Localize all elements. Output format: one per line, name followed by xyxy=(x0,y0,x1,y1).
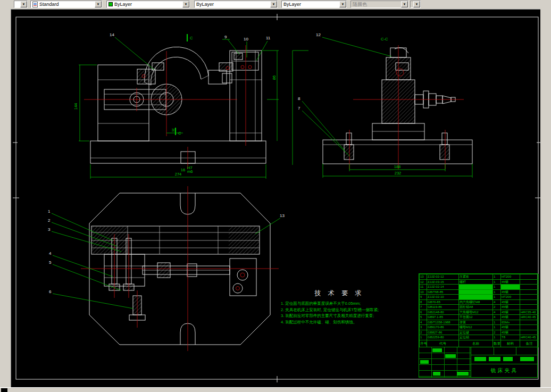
status-bar xyxy=(0,387,551,392)
bom-cell-material: 45钢 xyxy=(501,310,520,315)
chevron-down-icon: ▼ xyxy=(413,1,420,7)
bom-cell-name: 定位销 xyxy=(459,335,493,340)
bom-cell-no: 4 xyxy=(420,320,427,325)
bom-row: 12ZJJZ-03-15螺杆145钢 xyxy=(420,279,539,285)
bom-cell-qty: 1 xyxy=(493,274,501,280)
bom-cell-note xyxy=(520,289,539,295)
chevron-down-icon[interactable]: ▼ xyxy=(20,1,27,7)
bom-cell-name: 圆柱销A8 xyxy=(459,305,493,310)
title-block: 铣床夹具 xyxy=(419,347,538,378)
color-combo[interactable]: ByLayer ▼ xyxy=(106,1,190,8)
style-combo-value: Standard xyxy=(39,2,59,7)
plotstyle-combo-value: 随颜色 xyxy=(353,1,367,8)
bom-cell-code: GB827-86 xyxy=(427,330,459,335)
callout-12: 12 xyxy=(316,32,321,37)
bom-cell-name: 压紧套 xyxy=(459,274,493,280)
callout-5: 5 xyxy=(49,260,52,265)
bom-cell-code: GB2259-80 xyxy=(427,335,459,340)
style-combo[interactable]: Standard ▼ xyxy=(30,1,102,8)
titleblock-cell-blob xyxy=(420,360,429,364)
titleblock-cell-blob xyxy=(445,354,456,358)
lineweight-combo[interactable]: ByLayer ▼ xyxy=(281,1,347,8)
bom-row: 6GB2148-80六角螺母M12445钢HRC35-40 xyxy=(420,310,539,315)
bom-row: 5GB97.1-85平垫圈12445钢HRC40-45 xyxy=(420,315,539,320)
bom-cell-note xyxy=(520,295,539,300)
color-swatch xyxy=(108,2,113,6)
side-view: C-C 188 232 12 8 xyxy=(293,32,472,178)
bom-cell-code: ZJJZ-02-10 xyxy=(427,295,459,300)
drawing-title: 铣床夹具 xyxy=(471,364,538,377)
bom-cell-note xyxy=(520,299,539,305)
plotstyle-combo: 随颜色 ▼ xyxy=(350,1,408,8)
chevron-down-icon[interactable]: ▼ xyxy=(339,1,346,7)
dim-side-outer: 232 xyxy=(395,171,402,176)
bom-cell-qty: 1 xyxy=(493,279,501,285)
bom-cell-material: 45钢 xyxy=(501,305,520,310)
bom-body: 13ZJJZ-02-12压紧套1HT20012ZJJZ-03-15螺杆145钢1… xyxy=(420,274,539,340)
bom-header-cell: 数量 xyxy=(493,340,501,347)
bom-cell-material: 45钢 xyxy=(501,279,520,285)
title-block-revision-grid xyxy=(419,347,471,377)
linetype-combo-value: ByLayer xyxy=(196,2,214,7)
color-combo-value: ByLayer xyxy=(114,2,132,7)
chevron-down-icon[interactable]: ▼ xyxy=(270,1,277,7)
bom-cell-qty: 4 xyxy=(493,299,501,305)
callout-10: 10 xyxy=(244,37,248,41)
bom-row: 2GB827-86定位键245钢 xyxy=(420,330,539,335)
chevron-down-icon[interactable]: ▼ xyxy=(182,1,189,7)
tech-req-item: 1. 定位面与底面的垂直度误差不大于0.05mm; xyxy=(281,301,398,307)
bom-table: 13ZJJZ-02-12压紧套1HT20012ZJJZ-03-15螺杆145钢1… xyxy=(419,273,538,348)
callout-8: 8 xyxy=(298,96,300,101)
dim-column-height: 86 xyxy=(272,76,277,80)
callout-7: 7 xyxy=(298,106,300,111)
bom-cell-note xyxy=(520,285,539,290)
bom-cell-no: 9 xyxy=(420,295,427,300)
bom-cell-name: 内六角螺钉M8 xyxy=(459,299,493,305)
top-view: 1 2 3 4 5 6 13 xyxy=(48,186,285,351)
lineweight-combo-value: ByLayer xyxy=(283,2,301,7)
bom-cell-material: 45钢 xyxy=(501,299,520,305)
bom-header-cell: 材料 xyxy=(501,340,520,347)
bom-header-row: 序号代号名称数量材料备注 xyxy=(420,340,539,347)
bom-cell-code: GB6170-86 xyxy=(427,325,459,330)
bom-cell-code: ZJJZ-03-15 xyxy=(427,279,459,285)
command-line-chip xyxy=(1,388,7,392)
bom-cell-code: GB/T1358-1988 xyxy=(427,320,459,325)
bom-cell-qty: 1 xyxy=(493,285,501,290)
bom-cell-material: 45钢 xyxy=(501,330,520,335)
bom-cell-no: 12 xyxy=(420,279,427,285)
bom-header-cell: 名称 xyxy=(459,340,493,347)
titleblock-divider xyxy=(516,347,516,355)
bom-cell-material: 65Mn xyxy=(501,320,520,325)
bom-cell-no: 8 xyxy=(420,299,427,305)
bom-row: 8GB70-85内六角螺钉M8445钢 xyxy=(420,299,539,305)
title-block-main: 铣床夹具 xyxy=(471,347,537,377)
dim-side-inner: 188 xyxy=(394,164,401,169)
chevron-down-icon[interactable]: ▼ xyxy=(95,1,102,7)
bom-cell-material: HT200 xyxy=(501,274,520,280)
bom-cell-no: 7 xyxy=(420,305,427,310)
bom-row: 9ZJJZ-02-101HT200 xyxy=(420,295,539,300)
bom-cell-material: HT200 xyxy=(501,295,520,300)
bom-cell-note: HRC40-45 xyxy=(520,315,539,320)
bom-cell-code: GB97.1-85 xyxy=(427,315,459,320)
technical-requirements-title: 技 术 要 求 xyxy=(281,289,398,298)
callout-4: 4 xyxy=(49,251,52,256)
titleblock-cell-blob xyxy=(433,372,440,376)
toolbar-stub-combo: ▼ xyxy=(410,1,421,8)
bom-cell-note: HRC40-45 xyxy=(520,335,539,340)
callout-2: 2 xyxy=(48,218,51,223)
section-mark-c-bottom: C xyxy=(178,131,181,136)
bom-cell-name: 螺杆 xyxy=(459,279,493,285)
bom-row: 4GB/T1358-1988弹簧165Mn xyxy=(420,320,539,325)
linetype-combo[interactable]: ByLayer ▼ xyxy=(194,1,278,8)
dim-front-width: 274 xyxy=(175,172,182,177)
bom-cell-qty: 1 xyxy=(493,289,501,295)
bom-cell-name: 定位键 xyxy=(459,330,493,335)
callout-1: 1 xyxy=(48,209,51,214)
workspace-combo[interactable]: ▼ xyxy=(14,1,28,8)
bom-cell-name: 平垫圈12 xyxy=(459,315,493,320)
section-view-title: C-C xyxy=(381,37,388,41)
bom-row: 11ZJJZ-02-141 xyxy=(420,285,539,290)
bom-row: 7GB119-86圆柱销A8245钢 xyxy=(420,305,539,310)
